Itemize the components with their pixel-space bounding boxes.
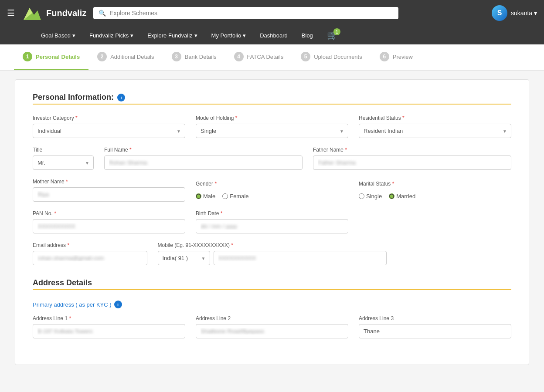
logo[interactable]: Fundvaliz <box>22 4 86 22</box>
step-fatca-details[interactable]: 4 FATCA Details <box>225 44 292 70</box>
birth-date-group: Birth Date * <box>196 210 348 233</box>
step-number-2: 2 <box>97 52 107 61</box>
step-label-fatca: FATCA Details <box>247 54 284 60</box>
residential-status-select[interactable]: Resident Indian NRI Foreign National <box>359 124 511 138</box>
nav-my-portfolio[interactable]: My Portfolio ▾ <box>205 29 252 42</box>
full-name-group: Full Name * <box>104 147 303 170</box>
marital-status-label: Marital Status * <box>359 181 511 187</box>
search-bar: 🔍 <box>93 7 398 19</box>
search-input[interactable] <box>109 10 393 17</box>
mother-name-group: Mother Name * <box>33 179 185 202</box>
step-additional-details[interactable]: 2 Additional Details <box>88 44 163 70</box>
investor-category-select[interactable]: Individual NRI HUF Corporate <box>33 124 185 138</box>
step-label-upload: Upload Documents <box>314 54 362 60</box>
step-personal-details[interactable]: 1 Personal Details <box>14 44 88 70</box>
address-line1-label: Address Line 1 * <box>33 315 185 321</box>
residential-status-select-wrapper: Resident Indian NRI Foreign National <box>359 124 511 138</box>
nav-fundvaliz-picks[interactable]: Fundvaliz Picks ▾ <box>83 29 139 42</box>
user-name[interactable]: sukanta ▾ <box>511 10 537 17</box>
mobile-number-wrapper <box>214 251 387 265</box>
step-number-6: 6 <box>380 52 389 61</box>
address-line2-label: Address Line 2 <box>196 315 348 321</box>
marital-single[interactable]: Single <box>359 193 382 199</box>
mobile-country-select[interactable]: India( 91 ) US( 1 ) UK( 44 ) <box>158 251 210 265</box>
chevron-down-icon: ▾ <box>130 32 133 39</box>
residential-status-group: Residential Status * Resident Indian NRI… <box>359 115 511 138</box>
birth-date-input[interactable] <box>196 219 348 233</box>
personal-info-section: Personal Information: i Investor Categor… <box>33 93 511 265</box>
main-content: Personal Information: i Investor Categor… <box>15 79 529 365</box>
form-row-3: Mother Name * Gender * Male Female <box>33 179 511 202</box>
mode-of-holding-label: Mode of Holding * <box>196 115 348 121</box>
step-label-preview: Preview <box>393 54 413 60</box>
nav-dashboard[interactable]: Dashboard <box>254 29 294 42</box>
logo-icon <box>22 4 43 22</box>
mode-of-holding-select-wrapper: Single Joint Anyone or Survivor <box>196 124 348 138</box>
gender-male[interactable]: Male <box>196 193 215 199</box>
avatar: S <box>492 5 507 21</box>
mode-of-holding-group: Mode of Holding * Single Joint Anyone or… <box>196 115 348 138</box>
nav-explore-fundvaliz[interactable]: Explore Fundvaliz ▾ <box>141 29 203 42</box>
personal-info-icon[interactable]: i <box>117 94 125 101</box>
address-line3-group: Address Line 3 <box>359 315 511 338</box>
step-preview[interactable]: 6 Preview <box>371 44 422 70</box>
gender-radio-group: Male Female <box>196 189 348 199</box>
mobile-country-wrapper: India( 91 ) US( 1 ) UK( 44 ) <box>158 251 210 265</box>
title-select[interactable]: Mr. Mrs. Ms. Dr. <box>33 155 94 170</box>
step-number-5: 5 <box>301 52 310 61</box>
birth-date-label: Birth Date * <box>196 210 348 216</box>
father-name-group: Father Name * <box>313 147 511 170</box>
investor-category-select-wrapper: Individual NRI HUF Corporate <box>33 124 185 138</box>
form-row-1: Investor Category * Individual NRI HUF C… <box>33 115 511 138</box>
brand-name: Fundvaliz <box>46 8 86 18</box>
nav-goal-based[interactable]: Goal Based ▾ <box>35 29 82 42</box>
title-group: Title Mr. Mrs. Ms. Dr. <box>33 147 94 170</box>
step-label-bank: Bank Details <box>185 54 217 60</box>
full-name-label: Full Name * <box>104 147 303 153</box>
mother-name-label: Mother Name * <box>33 179 185 185</box>
mother-name-input[interactable] <box>33 187 185 202</box>
marital-status-group: Marital Status * Single Married <box>359 181 511 199</box>
mobile-label: Mobile (Eg. 91-XXXXXXXXXX) * <box>158 242 387 248</box>
nav-blog[interactable]: Blog <box>296 29 319 42</box>
marital-status-radio-group: Single Married <box>359 189 511 199</box>
chevron-down-icon: ▾ <box>72 32 75 39</box>
pan-group: PAN No. * <box>33 210 185 233</box>
chevron-down-icon: ▾ <box>243 32 246 39</box>
address-line1-input[interactable] <box>33 324 185 338</box>
cart-button[interactable]: 🛒 1 <box>321 27 344 44</box>
full-name-input[interactable] <box>104 155 303 170</box>
user-menu[interactable]: S sukanta ▾ <box>492 5 537 21</box>
pan-input[interactable] <box>33 219 185 233</box>
step-label-personal: Personal Details <box>36 54 80 60</box>
title-select-wrapper: Mr. Mrs. Ms. Dr. <box>33 155 94 170</box>
father-name-input[interactable] <box>313 155 511 170</box>
primary-address-subheading: Primary address ( as per KYC ) i <box>33 301 511 308</box>
investor-category-group: Investor Category * Individual NRI HUF C… <box>33 115 185 138</box>
step-number-1: 1 <box>23 52 32 61</box>
address-line2-group: Address Line 2 <box>196 315 348 338</box>
address-line2-input[interactable] <box>196 324 348 338</box>
investor-category-label: Investor Category * <box>33 115 185 121</box>
hamburger-icon[interactable]: ☰ <box>7 8 15 18</box>
mobile-field: India( 91 ) US( 1 ) UK( 44 ) <box>158 251 387 265</box>
step-label-additional: Additional Details <box>110 54 154 60</box>
gender-label: Gender * <box>196 181 348 187</box>
email-input[interactable] <box>33 251 147 265</box>
pan-label: PAN No. * <box>33 210 185 216</box>
form-row-5: Email address * Mobile (Eg. 91-XXXXXXXXX… <box>33 242 511 265</box>
address-line3-input[interactable] <box>359 324 511 338</box>
address-info-icon[interactable]: i <box>114 301 122 308</box>
gender-female[interactable]: Female <box>222 193 248 199</box>
step-bank-details[interactable]: 3 Bank Details <box>163 44 225 70</box>
step-upload-documents[interactable]: 5 Upload Documents <box>292 44 371 70</box>
nav-menu: Goal Based ▾ Fundvaliz Picks ▾ Explore F… <box>0 26 544 44</box>
mobile-number-input[interactable] <box>214 251 387 265</box>
address-heading: Address Details <box>33 278 511 287</box>
form-row-4: PAN No. * Birth Date * <box>33 210 511 233</box>
marital-married[interactable]: Married <box>389 193 415 199</box>
mode-of-holding-select[interactable]: Single Joint Anyone or Survivor <box>196 124 348 138</box>
form-row-2: Title Mr. Mrs. Ms. Dr. Full Name * <box>33 147 511 170</box>
address-line3-label: Address Line 3 <box>359 315 511 321</box>
navbar: ☰ Fundvaliz 🔍 S sukanta ▾ Goal Based ▾ F… <box>0 0 544 44</box>
